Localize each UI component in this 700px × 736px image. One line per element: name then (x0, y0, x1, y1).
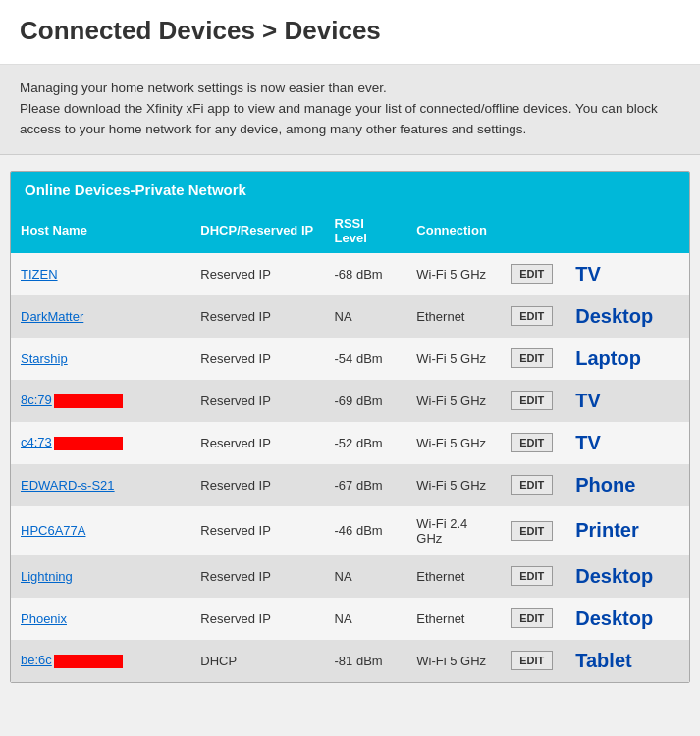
host-link[interactable]: HPC6A77A (21, 523, 85, 538)
host-link[interactable]: Starship (21, 351, 68, 366)
cell-ip: Reserved IP (190, 338, 324, 380)
table-row: c4:73Reserved IP-52 dBmWi-Fi 5 GHzEDITTV (11, 422, 689, 464)
table-row: PhoenixReserved IPNAEthernetEDITDesktop (11, 598, 689, 640)
cell-connection: Ethernet (406, 555, 501, 598)
cell-connection: Wi-Fi 5 GHz (406, 380, 501, 422)
cell-connection: Ethernet (406, 598, 501, 640)
table-row: LightningReserved IPNAEthernetEDITDeskto… (11, 555, 689, 598)
edit-button[interactable]: EDIT (511, 306, 553, 326)
table-row: 8c:79Reserved IP-69 dBmWi-Fi 5 GHzEDITTV (11, 380, 689, 422)
cell-edit: EDIT (501, 464, 565, 506)
cell-device-type: Desktop (565, 295, 689, 338)
edit-button[interactable]: EDIT (511, 475, 553, 495)
page-title: Connected Devices > Devices (20, 16, 680, 46)
cell-device-type: Desktop (565, 598, 689, 640)
redacted-bar (54, 394, 123, 408)
cell-edit: EDIT (501, 422, 565, 464)
cell-rssi: -81 dBm (325, 640, 407, 682)
redacted-bar (54, 437, 123, 450)
cell-host: be:6c (11, 640, 190, 682)
cell-device-type: Phone (565, 464, 689, 506)
col-header-host: Host Name (11, 208, 190, 253)
cell-rssi: NA (325, 598, 407, 640)
col-header-ip: DHCP/Reserved IP (190, 208, 324, 253)
edit-button[interactable]: EDIT (511, 521, 553, 541)
cell-edit: EDIT (501, 506, 565, 555)
info-text: Managing your home network settings is n… (20, 80, 658, 136)
cell-connection: Wi-Fi 2.4 GHz (406, 506, 501, 555)
edit-button[interactable]: EDIT (511, 391, 553, 410)
cell-edit: EDIT (501, 598, 565, 640)
cell-ip: Reserved IP (190, 598, 324, 640)
col-header-type (565, 208, 689, 253)
cell-host: HPC6A77A (11, 506, 190, 555)
cell-rssi: -52 dBm (325, 422, 407, 464)
cell-connection: Wi-Fi 5 GHz (406, 338, 501, 380)
cell-connection: Wi-Fi 5 GHz (406, 464, 501, 506)
cell-rssi: -46 dBm (325, 506, 407, 555)
edit-button[interactable]: EDIT (511, 264, 553, 284)
host-link[interactable]: DarkMatter (21, 309, 83, 324)
cell-connection: Ethernet (406, 295, 501, 338)
edit-button[interactable]: EDIT (511, 348, 553, 368)
cell-device-type: Desktop (565, 555, 689, 598)
cell-edit: EDIT (501, 295, 565, 338)
cell-host: EDWARD-s-S21 (11, 464, 190, 506)
host-link[interactable]: 8c:79 (21, 393, 52, 407)
col-header-rssi: RSSI Level (325, 208, 407, 253)
host-link[interactable]: Lightning (21, 569, 73, 584)
edit-button[interactable]: EDIT (511, 566, 553, 586)
edit-button[interactable]: EDIT (511, 433, 553, 452)
cell-edit: EDIT (501, 253, 565, 295)
cell-rssi: NA (325, 555, 407, 598)
cell-connection: Wi-Fi 5 GHz (406, 640, 501, 682)
cell-device-type: Printer (565, 506, 689, 555)
cell-host: Starship (11, 338, 190, 380)
cell-rssi: NA (325, 295, 407, 338)
col-header-connection: Connection (406, 208, 501, 253)
cell-edit: EDIT (501, 338, 565, 380)
table-header-row: Host Name DHCP/Reserved IP RSSI Level Co… (11, 208, 689, 253)
section-header: Online Devices-Private Network (11, 172, 689, 208)
table-container: Online Devices-Private Network Host Name… (10, 171, 690, 683)
cell-device-type: TV (565, 422, 689, 464)
cell-host: DarkMatter (11, 295, 190, 338)
cell-connection: Wi-Fi 5 GHz (406, 253, 501, 295)
host-link[interactable]: be:6c (21, 653, 52, 667)
redacted-bar (54, 655, 123, 668)
cell-rssi: -68 dBm (325, 253, 407, 295)
cell-ip: Reserved IP (190, 464, 324, 506)
host-link[interactable]: TIZEN (21, 267, 58, 282)
cell-edit: EDIT (501, 555, 565, 598)
info-banner: Managing your home network settings is n… (0, 65, 700, 155)
cell-host: TIZEN (11, 253, 190, 295)
page-header: Connected Devices > Devices (0, 0, 700, 65)
table-row: be:6cDHCP-81 dBmWi-Fi 5 GHzEDITTablet (11, 640, 689, 682)
host-link[interactable]: Phoenix (21, 611, 67, 626)
cell-device-type: TV (565, 380, 689, 422)
cell-ip: Reserved IP (190, 422, 324, 464)
cell-rssi: -67 dBm (325, 464, 407, 506)
edit-button[interactable]: EDIT (511, 651, 553, 670)
cell-ip: Reserved IP (190, 380, 324, 422)
cell-ip: Reserved IP (190, 555, 324, 598)
cell-host: Phoenix (11, 598, 190, 640)
devices-table: Host Name DHCP/Reserved IP RSSI Level Co… (11, 208, 689, 682)
table-row: HPC6A77AReserved IP-46 dBmWi-Fi 2.4 GHzE… (11, 506, 689, 555)
cell-device-type: Laptop (565, 338, 689, 380)
cell-edit: EDIT (501, 380, 565, 422)
col-header-edit (501, 208, 565, 253)
host-link[interactable]: EDWARD-s-S21 (21, 478, 115, 493)
table-row: TIZENReserved IP-68 dBmWi-Fi 5 GHzEDITTV (11, 253, 689, 295)
table-row: StarshipReserved IP-54 dBmWi-Fi 5 GHzEDI… (11, 338, 689, 380)
cell-host: c4:73 (11, 422, 190, 464)
cell-ip: DHCP (190, 640, 324, 682)
cell-ip: Reserved IP (190, 295, 324, 338)
cell-rssi: -69 dBm (325, 380, 407, 422)
edit-button[interactable]: EDIT (511, 608, 553, 628)
cell-connection: Wi-Fi 5 GHz (406, 422, 501, 464)
cell-ip: Reserved IP (190, 253, 324, 295)
cell-device-type: Tablet (565, 640, 689, 682)
main-content: Online Devices-Private Network Host Name… (0, 155, 700, 699)
host-link[interactable]: c4:73 (21, 435, 52, 449)
